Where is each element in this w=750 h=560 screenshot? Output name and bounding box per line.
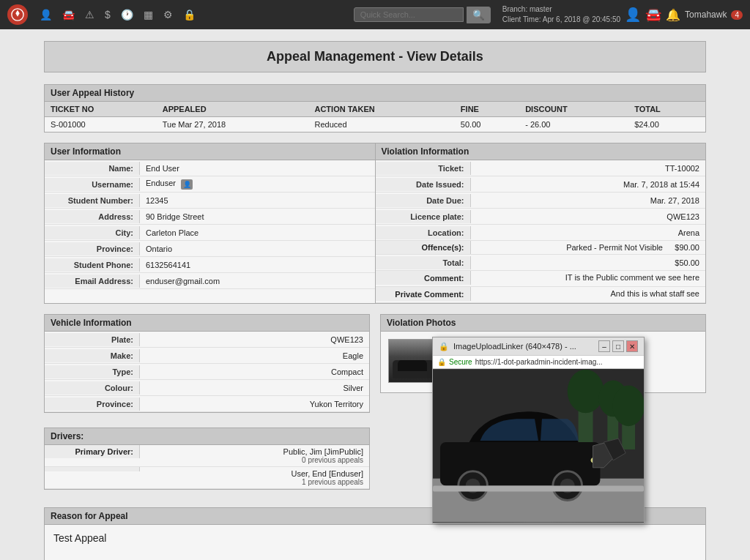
offence-label: Offence(s): (376, 241, 471, 254)
col-action-taken: ACTION TAKEN (308, 102, 454, 117)
licence-plate-label: Licence plate: (376, 210, 471, 223)
info-row-username: Username: Enduser 👤 (45, 176, 375, 193)
svg-point-7 (612, 386, 644, 427)
info-row-ticket: Ticket: TT-10002 (376, 160, 706, 176)
col-discount: DISCOUNT (519, 102, 628, 117)
col-total: TOTAL (628, 102, 705, 117)
col-fine: FINE (455, 102, 519, 117)
info-row-student-number: Student Number: 12345 (45, 193, 375, 209)
comment-value: IT is the Public comment we see here (471, 271, 706, 284)
user-info-col: User Information Name: End User Username… (45, 143, 376, 303)
private-comment-label: Private Comment: (376, 287, 471, 301)
email-label: Email Address: (45, 275, 140, 288)
offence-desc: Parked - Permit Not Visible (471, 241, 669, 254)
popup-address-bar: 🔒 Secure https://1-dot-parkadmin-inciden… (433, 356, 644, 369)
info-row-date-due: Date Due: Mar. 27, 2018 (376, 193, 706, 209)
app-logo[interactable] (7, 4, 28, 25)
gear-icon[interactable]: ⚙ (163, 9, 173, 20)
fine-value: 50.00 (455, 117, 519, 132)
popup-minimize-button[interactable]: – (598, 340, 610, 352)
date-due-label: Date Due: (376, 194, 471, 207)
province-label: Province: (45, 242, 140, 255)
primary-driver-name: Public, Jim [JimPublic] (146, 447, 363, 456)
popup-close-button[interactable]: ✕ (626, 340, 638, 352)
phone-label: Student Phone: (45, 258, 140, 272)
info-row-comment: Comment: IT is the Public comment we see… (376, 271, 706, 287)
search-bar[interactable]: 🔍 (354, 7, 491, 23)
share-icon[interactable]: ▦ (144, 9, 153, 20)
info-row-date-issued: Date Issued: Mar. 7, 2018 at 15:44 (376, 176, 706, 193)
money-icon[interactable]: $ (105, 9, 111, 20)
location-label: Location: (376, 226, 471, 239)
type-label: Type: (45, 365, 140, 378)
user-info-header: User Information (45, 143, 375, 160)
total-value: $24.00 (628, 117, 705, 132)
info-row-city: City: Carleton Place (45, 225, 375, 241)
user-profile-icon[interactable]: 👤 (181, 179, 193, 190)
svg-rect-15 (433, 486, 644, 492)
info-row-private-comment: Private Comment: And this is what staff … (376, 287, 706, 303)
ticket-label: Ticket: (376, 162, 471, 175)
date-issued-label: Date Issued: (376, 178, 471, 191)
date-due-value: Mar. 27, 2018 (471, 194, 706, 207)
search-input[interactable] (354, 7, 464, 22)
violation-photos-header: Violation Photos (381, 315, 705, 332)
location-value: Arena (471, 226, 706, 239)
date-issued-value: Mar. 7, 2018 at 15:44 (471, 178, 706, 191)
vehicle-row-plate: Plate: QWE123 (45, 332, 369, 348)
table-row: S-001000 Tue Mar 27, 2018 Reduced 50.00 … (45, 117, 705, 132)
info-row-location: Location: Arena (376, 225, 706, 241)
secondary-driver-label (45, 467, 140, 471)
vehicle-icon: 🚘 (645, 7, 661, 23)
name-label: Name: (45, 162, 140, 175)
user-menu[interactable]: Tomahawk (685, 10, 727, 20)
drivers-section: Drivers: Primary Driver: Public, Jim [Ji… (44, 428, 370, 490)
action-taken-value: Reduced (308, 117, 454, 132)
address-value: 90 Bridge Street (140, 210, 375, 223)
people-icon[interactable]: 👤 (40, 9, 52, 20)
vehicle-row-colour: Colour: Silver (45, 380, 369, 396)
popup-restore-button[interactable]: □ (612, 340, 624, 352)
type-value: Compact (140, 365, 369, 378)
discount-value: - 26.00 (519, 117, 628, 132)
ticket-value: TT-10002 (471, 162, 706, 175)
violation-info-header: Violation Information (376, 143, 706, 160)
colour-label: Colour: (45, 381, 140, 395)
violation-info-col: Violation Information Ticket: TT-10002 D… (376, 143, 706, 303)
student-number-value: 12345 (140, 194, 375, 207)
popup-controls: – □ ✕ (598, 340, 638, 352)
branch-info: Branch: master Client Time: Apr 6, 2018 … (502, 4, 620, 25)
total-amount: $50.00 (471, 256, 706, 269)
vehicle-info-section: Vehicle Information Plate: QWE123 Make: … (44, 314, 370, 413)
appealed-value: Tue Mar 27, 2018 (157, 117, 309, 132)
vehicle-row-type: Type: Compact (45, 364, 369, 380)
popup-url: https://1-dot-parkadmin-incident-imag... (475, 358, 603, 366)
bell-icon[interactable]: 🔔 (666, 8, 680, 22)
info-section: User Information Name: End User Username… (44, 143, 706, 304)
reason-content: Test Appeal (45, 525, 705, 560)
lock-icon[interactable]: 🔒 (183, 9, 196, 20)
secondary-driver-info: User, End [Enduser] 1 previous appeals (140, 467, 369, 488)
nav-right: Branch: master Client Time: Apr 6, 2018 … (502, 4, 743, 25)
offence-fine: $90.00 (669, 241, 705, 254)
appeal-history-header: User Appeal History (45, 85, 705, 102)
branch-label: Branch: master (502, 4, 620, 15)
clock-icon[interactable]: 🕐 (121, 9, 133, 20)
car-icon[interactable]: 🚘 (62, 9, 75, 20)
student-number-label: Student Number: (45, 194, 140, 207)
popup-title: ImageUploadLinker (640×478) - ... (453, 342, 576, 351)
plate-value: QWE123 (140, 333, 369, 346)
info-row-address: Address: 90 Bridge Street (45, 209, 375, 225)
appeal-history-table: TICKET NO APPEALED ACTION TAKEN FINE DIS… (45, 102, 705, 132)
notification-badge: 4 (731, 10, 743, 20)
secondary-driver-appeals: 1 previous appeals (146, 478, 363, 486)
warning-icon[interactable]: ⚠ (85, 9, 94, 20)
popup-image (433, 369, 644, 523)
search-button[interactable]: 🔍 (467, 7, 491, 23)
comment-label: Comment: (376, 271, 471, 285)
svg-point-3 (568, 370, 604, 414)
primary-driver-row: Primary Driver: Public, Jim [JimPublic] … (45, 445, 369, 467)
plate-label: Plate: (45, 333, 140, 346)
secondary-driver-row: User, End [Enduser] 1 previous appeals (45, 467, 369, 489)
phone-value: 6132564141 (140, 258, 375, 272)
